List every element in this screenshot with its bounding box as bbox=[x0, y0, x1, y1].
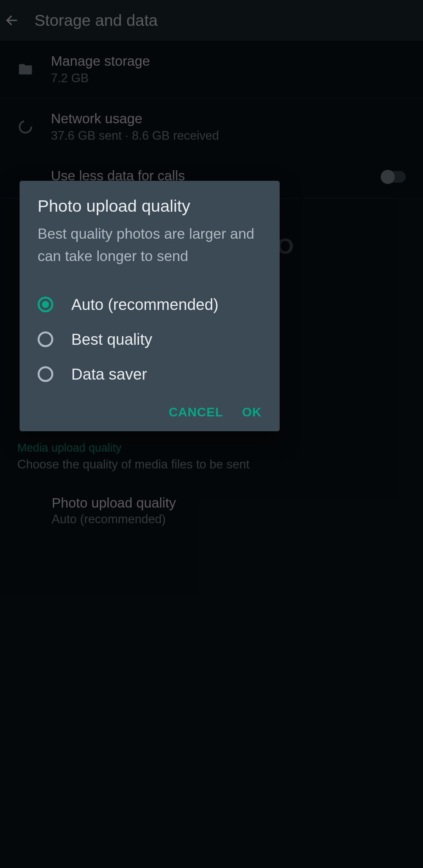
radio-unselected-icon bbox=[38, 366, 53, 382]
radio-selected-icon bbox=[38, 297, 53, 312]
dialog-subtitle: Best quality photos are larger and can t… bbox=[20, 223, 280, 268]
option-label: Best quality bbox=[71, 331, 152, 348]
option-auto[interactable]: Auto (recommended) bbox=[20, 287, 280, 322]
dialog-title: Photo upload quality bbox=[20, 196, 280, 216]
radio-unselected-icon bbox=[38, 331, 53, 347]
cancel-button[interactable]: CANCEL bbox=[169, 405, 223, 420]
dialog-actions: CANCEL OK bbox=[20, 392, 280, 423]
photo-upload-quality-dialog: Photo upload quality Best quality photos… bbox=[20, 181, 280, 431]
ok-button[interactable]: OK bbox=[242, 405, 262, 420]
option-label: Auto (recommended) bbox=[71, 296, 219, 313]
option-data-saver[interactable]: Data saver bbox=[20, 357, 280, 392]
dialog-scrim[interactable] bbox=[0, 0, 423, 868]
option-best-quality[interactable]: Best quality bbox=[20, 322, 280, 357]
option-label: Data saver bbox=[71, 366, 147, 383]
